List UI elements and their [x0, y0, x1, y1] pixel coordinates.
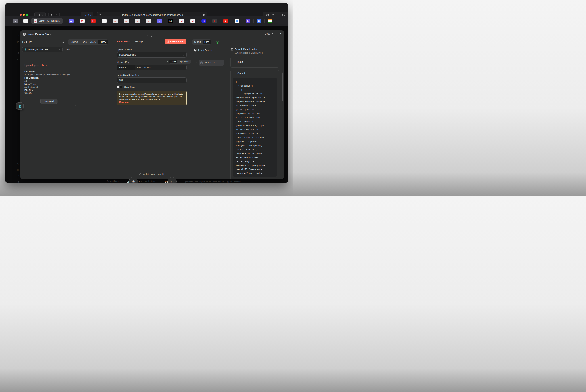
chevron-down-icon	[132, 67, 133, 68]
active-tab[interactable]: ∞ Demo: RAG in n8n 3...	[31, 18, 63, 24]
execute-step-button[interactable]: Execute step	[165, 39, 186, 44]
browser-window: 3e99c09ee3960bc90af00a74ead69770.n8n.sel…	[6, 3, 288, 182]
memory-key-value-select[interactable]: new_sna_key	[135, 65, 187, 70]
batch-size-label: Embedding Batch Size	[117, 74, 139, 76]
active-tab-label: Demo: RAG in n8n 3...	[39, 20, 61, 22]
tab-parameters[interactable]: Parameters	[117, 40, 130, 43]
docs-link[interactable]: Docs	[265, 32, 273, 35]
json-output-text: { "response": [ { "pageContent": "Nenga …	[236, 80, 274, 177]
back-button[interactable]	[51, 14, 53, 16]
favicon-an[interactable]: AN	[168, 19, 173, 23]
memory-key-mode-select[interactable]: From list	[117, 65, 135, 70]
tab-strip: V • ∞ Demo: RAG in n8n 3... ∞ M ▶ • ∞ ∞ …	[6, 16, 288, 26]
detail-node-meta: 16ms | Started at 3:24:49 PM |	[235, 52, 263, 54]
operation-mode-select[interactable]: Insert Documents	[117, 52, 187, 58]
panel-drag-handle[interactable]	[147, 35, 157, 38]
favicon-india-flag[interactable]	[268, 19, 272, 23]
insights-icon[interactable]: ▥	[16, 168, 21, 171]
settings-gear-icon[interactable]: ⚙	[16, 180, 21, 182]
favicon-gmail[interactable]: M	[190, 19, 195, 23]
tab-output[interactable]: Output	[193, 40, 203, 44]
maximize-traffic-light[interactable]	[26, 14, 28, 16]
favicon-docs[interactable]: ≡	[257, 19, 261, 23]
tab-logs[interactable]: Logs	[203, 40, 211, 44]
favicon-n8n[interactable]: ∞	[124, 19, 129, 23]
favicon-n8n[interactable]: ∞	[146, 19, 151, 23]
forward-button[interactable]	[55, 14, 57, 16]
svg-text:10: 10	[201, 63, 202, 64]
database-icon	[23, 32, 26, 36]
expression-option[interactable]: Expression	[177, 60, 191, 63]
browser-titlebar: 3e99c09ee3960bc90af00a74ead69770.n8n.sel…	[6, 3, 288, 16]
node-wish-row[interactable]: I wish this node would...	[114, 173, 191, 176]
canvas-add-icon[interactable]: +	[16, 28, 21, 32]
database-icon	[194, 49, 197, 52]
experimental-notice: For experimental use only: Data is store…	[117, 91, 187, 105]
input-collapse-section[interactable]: Input	[230, 57, 279, 68]
json-output-block[interactable]: { "response": [ { "pageContent": "Nenga …	[233, 78, 277, 177]
tree-child-label: Default Data ...	[204, 61, 219, 64]
favicon-youtube[interactable]: ▶	[223, 19, 228, 23]
tree-connector	[196, 53, 199, 63]
faded-mimetype-text: ype : application/	[140, 180, 155, 182]
kebab-menu-icon[interactable]: ⋮	[166, 60, 169, 63]
file-edit-icon	[18, 104, 22, 108]
info-icon[interactable]	[221, 40, 224, 44]
clear-store-label: Clear Store	[124, 86, 135, 88]
favicon-youtube-dark[interactable]: ▶	[212, 19, 217, 23]
more-info-link[interactable]: More info	[119, 101, 129, 103]
canvas-panel-icon[interactable]: ▣	[16, 40, 21, 43]
favicon-gmail[interactable]: M	[179, 19, 184, 23]
lightbulb-icon	[139, 173, 141, 175]
success-check-icon	[216, 40, 219, 44]
chevron-right-icon	[233, 61, 235, 62]
node-settings-tabs: Parameters Settings Execute step	[114, 38, 191, 45]
home-icon[interactable]: ⌂	[16, 46, 21, 49]
fixed-option[interactable]: Fixed	[169, 60, 177, 63]
favicon-n8n-purple[interactable]: ∞	[69, 19, 74, 23]
operation-mode-label: Operation Mode	[117, 48, 132, 51]
n8n-favicon: ∞	[34, 19, 37, 23]
chevron-down-icon[interactable]	[233, 72, 235, 74]
user-icon[interactable]: ☻	[16, 52, 21, 54]
output-section-label[interactable]: Output	[237, 72, 245, 74]
tab-bird[interactable]: •	[23, 19, 28, 23]
pinned-node-button[interactable]	[16, 102, 24, 110]
logs-panel: Output Logs Insert Data to ... 0110 Defa…	[191, 38, 284, 179]
package-icon[interactable]: ◇	[16, 162, 21, 165]
canvas-search-icon[interactable]: ○	[16, 34, 21, 37]
favicon-duck[interactable]: •	[102, 19, 107, 23]
chevron-down-icon	[183, 54, 184, 56]
show-tabs-icon[interactable]	[282, 14, 285, 16]
favicon-n8n-purple[interactable]: ∞	[157, 19, 162, 23]
help-icon[interactable]: ?	[16, 174, 21, 177]
external-link-icon	[271, 33, 273, 35]
binary-file-icon: 0110	[170, 180, 174, 183]
sidebar-icon	[37, 14, 40, 16]
favicon-gmail[interactable]: M	[80, 19, 85, 23]
favicon-chatgpt[interactable]: ⊛	[201, 19, 206, 23]
close-icon[interactable]: ×	[279, 32, 281, 36]
modal-title: Insert Data to Store	[28, 33, 51, 36]
favicon-n8n[interactable]: ∞	[113, 19, 118, 23]
favicon-google[interactable]: G	[235, 19, 239, 23]
batch-size-input[interactable]: 200	[117, 78, 187, 83]
input-section-label: Input	[237, 60, 243, 63]
openai-icon: ⊛	[132, 179, 135, 182]
chevron-down-icon	[42, 14, 43, 16]
tab-settings[interactable]: Settings	[134, 40, 143, 43]
chat-icon[interactable]: ◡	[16, 57, 21, 60]
new-tab-icon[interactable]	[277, 14, 279, 16]
minimize-traffic-light[interactable]	[23, 14, 25, 16]
scrollbar-thumb[interactable]	[282, 72, 283, 101]
favicon-keynote[interactable]: K	[246, 19, 250, 23]
tab-overview-icon[interactable]	[83, 14, 86, 16]
clear-store-toggle[interactable]	[117, 86, 122, 88]
favicon-youtube[interactable]: ▶	[91, 19, 96, 23]
flask-icon	[167, 40, 169, 42]
tree-child-node[interactable]: 0110 Default Data ...	[199, 60, 224, 66]
pinned-tab-v[interactable]: V	[13, 19, 18, 23]
favicon-n8n[interactable]: ∞	[135, 19, 140, 23]
tree-parent-node[interactable]: Insert Data to ...	[198, 49, 214, 52]
close-traffic-light[interactable]	[20, 14, 22, 16]
